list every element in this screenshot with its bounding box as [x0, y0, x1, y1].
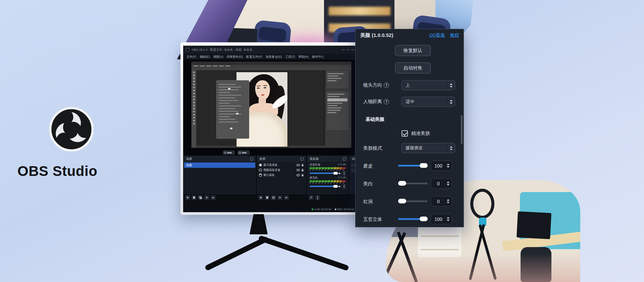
obs-titlebar[interactable]: OBS 29.1.3 - 配置文件: 未命名 - 场景: 未命名: [183, 46, 357, 54]
tutorial-link[interactable]: 教程: [450, 32, 459, 38]
menu-docks[interactable]: 停靠部件(D): [225, 55, 245, 59]
lock-icon[interactable]: [301, 169, 304, 172]
spin-down-icon[interactable]: [447, 202, 449, 203]
face-3d-spinbox[interactable]: 100: [431, 214, 452, 224]
preview-tab-2[interactable]: [237, 150, 250, 155]
spin-up-icon[interactable]: [447, 199, 449, 201]
person-distance-select[interactable]: 适中: [401, 97, 455, 107]
move-scene-up-button[interactable]: [204, 195, 209, 200]
camera-direction-select[interactable]: 上: [401, 80, 455, 90]
menu-profile[interactable]: 配置文件(P): [245, 55, 264, 59]
spin-down-icon[interactable]: [447, 220, 449, 221]
menu-plugin-center[interactable]: 插件中心: [311, 55, 325, 59]
restore-defaults-button[interactable]: 恢复默认: [395, 45, 431, 56]
skin-mode-select[interactable]: 朦胧磨皮: [401, 143, 455, 153]
editor-floating-panel: [216, 80, 249, 139]
volume-slider[interactable]: [310, 172, 346, 175]
volume-slider[interactable]: [310, 185, 346, 188]
speaker-icon[interactable]: [338, 185, 341, 188]
menu-help[interactable]: 帮助(H): [297, 55, 310, 59]
eye-icon[interactable]: [297, 164, 300, 166]
audio-meter: [310, 180, 346, 182]
editor-optionsbar: [192, 67, 351, 70]
transition-duration[interactable]: [351, 169, 355, 173]
eye-icon[interactable]: [297, 169, 300, 171]
smoothing-slider[interactable]: [398, 163, 428, 168]
duplicate-scene-button[interactable]: [198, 195, 203, 200]
window-controls[interactable]: [342, 49, 354, 50]
lock-icon[interactable]: [301, 174, 304, 177]
preview-tab-1[interactable]: [223, 150, 235, 155]
menu-edit[interactable]: 编辑(E): [199, 55, 211, 59]
spin-up-icon[interactable]: [447, 163, 449, 165]
smoothing-spinbox[interactable]: 100: [431, 160, 452, 171]
window-source-icon: [259, 174, 262, 177]
eye-icon[interactable]: [297, 174, 300, 176]
select-spinner[interactable]: [447, 143, 455, 153]
kebab-menu-icon[interactable]: [342, 171, 346, 176]
move-source-up-button[interactable]: [277, 195, 282, 200]
source-row[interactable]: 显示器采集: [257, 162, 306, 168]
obs-preview-area[interactable]: [183, 60, 357, 150]
dock-config-icon[interactable]: [343, 157, 346, 160]
menu-view[interactable]: 视图(V): [212, 55, 225, 59]
lock-icon[interactable]: [301, 163, 304, 167]
sources-dock: 来源 显示器采集 视频采集设备 窗口采集: [257, 156, 306, 194]
menu-tools[interactable]: 工具(T): [284, 55, 297, 59]
speaker-icon[interactable]: [338, 172, 341, 175]
select-spinner[interactable]: [447, 97, 455, 106]
checkbox-checked-icon[interactable]: [401, 130, 408, 137]
source-row[interactable]: 视频采集设备: [257, 168, 306, 173]
spin-up-icon[interactable]: [447, 181, 449, 183]
blob-floor: [386, 253, 580, 282]
transition-dropdown[interactable]: [351, 163, 355, 167]
portrait-lips: [261, 94, 264, 96]
whitening-label: 美白: [363, 181, 373, 187]
panel-scrollbar[interactable]: [461, 115, 463, 144]
mixer-filters-button[interactable]: [309, 195, 314, 200]
beauty-panel-header: 美颜 (1.0.0.52) QQ客服 教程: [356, 29, 464, 41]
kebab-menu-icon[interactable]: [342, 184, 346, 189]
whitening-spinbox[interactable]: 0: [431, 178, 452, 189]
source-properties-button[interactable]: [271, 195, 276, 200]
mixer-channel-name: 桌面音频: [310, 163, 320, 167]
face-3d-slider[interactable]: [398, 217, 428, 221]
dock-config-icon[interactable]: [301, 157, 304, 160]
add-scene-button[interactable]: [185, 195, 190, 200]
help-icon[interactable]: ?: [384, 99, 389, 104]
spin-down-icon[interactable]: [447, 166, 449, 168]
editor-scrollbar[interactable]: [324, 70, 325, 146]
slider-thumb[interactable]: [398, 199, 406, 203]
chevron-up-icon: [450, 83, 452, 85]
preview-tab-strip: [183, 150, 357, 155]
remove-source-button[interactable]: [265, 195, 270, 200]
whitening-slider[interactable]: [398, 181, 428, 186]
add-source-button[interactable]: [258, 195, 263, 200]
live-status: LIVE 00:00:00: [312, 208, 331, 211]
slider-thumb[interactable]: [420, 217, 428, 221]
rosy-spinbox[interactable]: 0: [431, 196, 452, 206]
slider-thumb[interactable]: [420, 163, 428, 168]
mixer-options-button[interactable]: [315, 195, 320, 200]
help-icon[interactable]: ?: [384, 83, 389, 88]
spin-down-icon[interactable]: [447, 184, 449, 186]
remove-scene-button[interactable]: [192, 195, 197, 200]
volume-knob[interactable]: [333, 172, 338, 175]
rosy-slider[interactable]: [398, 199, 428, 203]
select-spinner[interactable]: [447, 81, 455, 90]
menu-file[interactable]: 文件(F): [185, 55, 198, 59]
scene-list-item-selected[interactable]: 场景: [184, 162, 255, 168]
autofocus-button[interactable]: 自动对焦: [395, 62, 431, 74]
move-source-down-button[interactable]: [284, 195, 289, 200]
volume-knob[interactable]: [333, 185, 338, 188]
source-row[interactable]: 窗口采集: [257, 173, 306, 178]
chevron-up-icon: [450, 100, 452, 101]
move-scene-down-button[interactable]: [211, 195, 216, 200]
slider-thumb[interactable]: [398, 181, 406, 186]
qq-support-link[interactable]: QQ客服: [429, 32, 445, 38]
dock-config-icon[interactable]: [250, 157, 253, 160]
editor-titlebar: [192, 62, 351, 65]
spin-up-icon[interactable]: [447, 217, 449, 219]
menu-scene-collection[interactable]: 场景集合(S): [264, 55, 283, 59]
precise-skin-checkbox-row[interactable]: 精准美肤: [401, 130, 430, 137]
